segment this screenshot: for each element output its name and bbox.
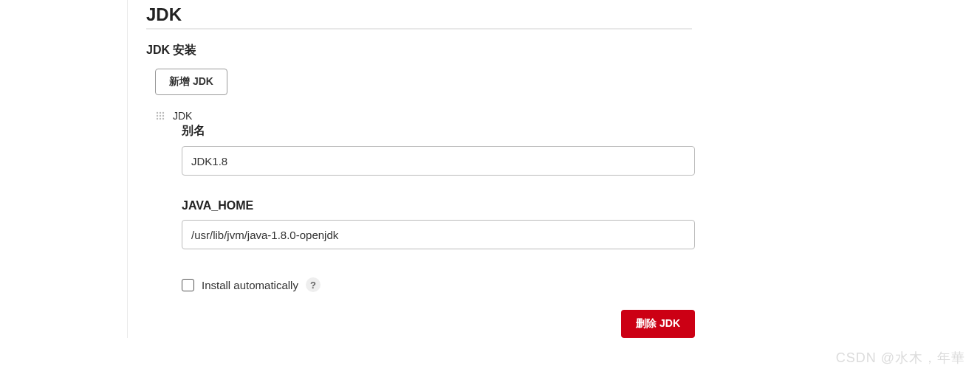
svg-point-4 (160, 115, 161, 117)
section-title: JDK (146, 0, 692, 30)
add-jdk-button[interactable]: 新增 JDK (155, 69, 227, 95)
svg-point-0 (157, 112, 158, 114)
delete-jdk-button[interactable]: 删除 JDK (621, 310, 695, 338)
install-auto-checkbox[interactable] (182, 279, 194, 291)
install-title: JDK 安装 (146, 43, 692, 58)
install-auto-label: Install automatically (202, 279, 298, 291)
javahome-field-block: JAVA_HOME (182, 199, 692, 249)
drag-handle-icon[interactable] (155, 111, 165, 121)
jdk-config-panel: JDK JDK 安装 新增 JDK JDK 别名 JAVA_HOME I (127, 0, 692, 338)
jdk-label: JDK (173, 110, 192, 122)
svg-point-3 (157, 115, 158, 117)
alias-field-block: 别名 (182, 123, 692, 176)
alias-label: 别名 (182, 123, 692, 139)
javahome-input[interactable] (182, 220, 695, 249)
watermark: CSDN @水木，年華 (836, 349, 965, 367)
action-row: 删除 JDK (155, 310, 695, 338)
javahome-label: JAVA_HOME (182, 199, 692, 212)
svg-point-1 (160, 112, 161, 114)
help-icon[interactable]: ? (306, 277, 321, 292)
svg-point-6 (157, 118, 158, 120)
jdk-drag-row: JDK (155, 110, 692, 122)
svg-point-5 (162, 115, 164, 117)
jdk-entry: JDK 别名 JAVA_HOME Install automatically ?… (155, 110, 692, 338)
svg-point-8 (162, 118, 164, 120)
svg-point-2 (162, 112, 164, 114)
install-auto-row: Install automatically ? (182, 277, 692, 292)
alias-input[interactable] (182, 146, 695, 176)
svg-point-7 (160, 118, 161, 120)
